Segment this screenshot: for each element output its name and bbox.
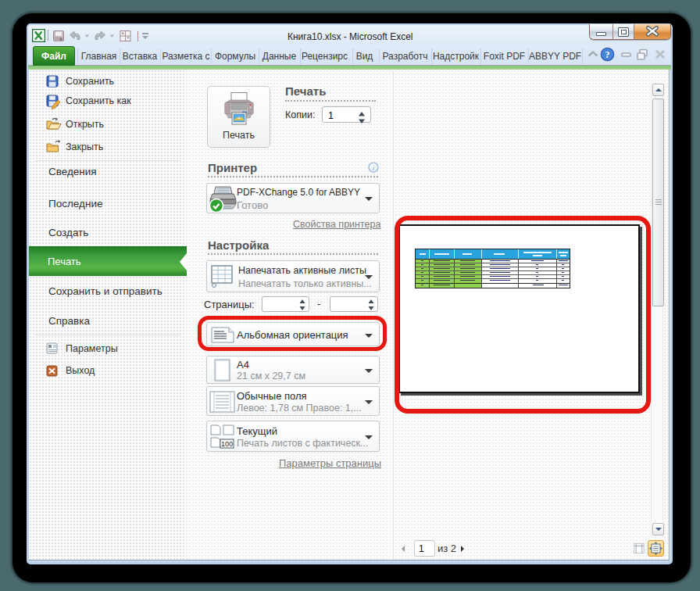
- svg-text:100: 100: [221, 440, 233, 448]
- svg-text:?: ?: [605, 49, 610, 60]
